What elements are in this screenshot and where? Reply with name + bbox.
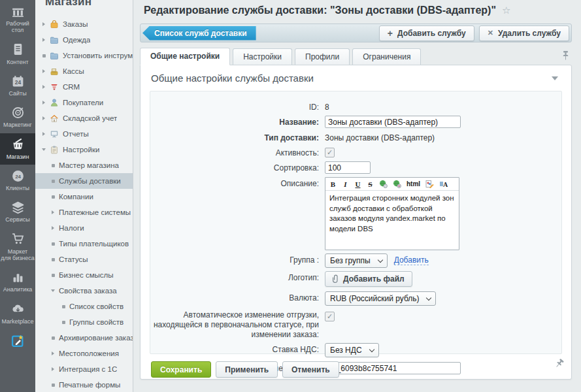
sidebar-tree-item[interactable]: Платежные системы [35, 204, 133, 220]
tab-settings[interactable]: Настройки [233, 48, 292, 65]
sidebar-tree-item[interactable]: Свойства заказа [35, 283, 133, 299]
rail-item[interactable]: Маркетинг [0, 101, 35, 133]
sidebar-tree-item[interactable]: Типы плательщиков [35, 236, 133, 252]
currency-select[interactable]: RUB (Российский рубль) [325, 291, 436, 306]
strikethrough-button[interactable]: S [367, 180, 374, 188]
tree-marker-icon[interactable] [50, 351, 56, 355]
sidebar-tree-item[interactable]: Печатные формы [35, 377, 133, 392]
sidebar-tree-item[interactable]: CRM [35, 79, 133, 95]
tree-marker-icon[interactable] [41, 132, 47, 136]
sidebar-tree-item[interactable]: Интеграция с 1С [35, 361, 133, 377]
sidebar-tree-item[interactable]: Кассы [35, 63, 133, 79]
tree-marker-icon[interactable] [41, 38, 47, 42]
section-header: Общие настройки службы доставки [141, 65, 571, 89]
sidebar-tree-item[interactable]: Настройки [35, 142, 133, 157]
sidebar-tree-item[interactable]: Местоположения [35, 346, 133, 361]
rail-item[interactable]: Marketplace [0, 298, 35, 329]
insert-link-icon[interactable] [379, 180, 388, 188]
tab-restrictions[interactable]: Ограничения [352, 48, 421, 65]
tree-marker-icon[interactable] [50, 226, 56, 230]
bold-button[interactable]: B [329, 180, 337, 188]
tree-marker-icon[interactable] [50, 384, 56, 387]
tree-marker-icon[interactable] [50, 274, 56, 277]
tree-marker-icon[interactable] [50, 289, 56, 292]
tab-profiles[interactable]: Профили [295, 48, 350, 65]
group-select[interactable]: Без группы [325, 253, 388, 268]
save-button[interactable]: Сохранить [151, 361, 211, 378]
favorite-star-icon[interactable]: ☆ [502, 5, 510, 16]
sidebar-tree-item[interactable]: Бизнес смыслы [35, 267, 133, 283]
back-to-list-button[interactable]: Список служб доставки [142, 26, 256, 41]
sidebar-tree-item[interactable]: Покупатели [35, 95, 133, 110]
sidebar-tree-item[interactable]: Статусы [35, 252, 133, 267]
tree-marker-icon[interactable] [50, 180, 56, 183]
remove-link-icon[interactable] [393, 180, 401, 188]
tree-marker-icon[interactable] [50, 164, 56, 167]
name-input[interactable] [325, 116, 461, 128]
add-service-button[interactable]: + Добавить службу [379, 25, 474, 41]
sidebar-tree-item[interactable]: Одежда [35, 32, 133, 48]
active-checkbox[interactable]: ✓ [325, 148, 335, 157]
chevron-down-icon[interactable] [552, 76, 558, 80]
sidebar-tree-item[interactable]: Мастер магазина [35, 157, 133, 173]
rail-item[interactable]: 24 Клиенты [0, 165, 35, 196]
tree-marker-icon[interactable] [50, 210, 56, 214]
cancel-button[interactable]: Отменить [282, 361, 339, 378]
pushpin-icon[interactable] [562, 50, 569, 63]
tree-item-label: Местоположения [59, 350, 119, 357]
vat-select[interactable]: Без НДС [325, 343, 379, 357]
sort-input[interactable] [325, 161, 371, 174]
bullet-icon [52, 274, 55, 277]
module-rail: Рабочий стол Контент 24 Сайты Маркетинг … [0, 0, 35, 392]
add-group-link[interactable]: Добавить [394, 256, 429, 265]
sidebar-tree-item[interactable]: Группы свойств [35, 314, 133, 330]
rail-item[interactable] [0, 329, 35, 354]
rail-item[interactable]: Контент [0, 39, 35, 70]
html-mode-button[interactable]: html [407, 180, 420, 188]
italic-button[interactable]: I [342, 180, 349, 188]
rail-item[interactable]: 24 Сайты [0, 70, 35, 101]
apply-button[interactable]: Применить [216, 361, 278, 378]
sidebar-tree-item[interactable]: Налоги [35, 220, 133, 236]
auto-shipment-checkbox[interactable]: ✓ [325, 312, 335, 321]
vat-select-value: Без НДС [330, 346, 362, 355]
tree-marker-icon[interactable] [50, 367, 56, 371]
delete-service-button[interactable]: ✕ Удалить службу [479, 25, 569, 41]
tree-marker-icon[interactable] [50, 242, 56, 246]
rail-item-label: Сайты [8, 90, 26, 97]
tree-marker-icon[interactable] [60, 305, 67, 308]
tree-marker-icon[interactable] [50, 336, 56, 340]
sidebar-tree-item[interactable]: Отчеты [35, 126, 133, 142]
rail-item[interactable]: Сервисы [0, 196, 35, 227]
tab-general-settings[interactable]: Общие настройки [140, 48, 230, 65]
customers-icon [50, 98, 59, 107]
tree-marker-icon[interactable] [41, 85, 47, 89]
sidebar-tree-item[interactable]: Складской учет [35, 110, 133, 126]
tree-marker-icon[interactable] [41, 116, 47, 120]
tree-marker-icon[interactable] [50, 258, 56, 261]
rail-item[interactable]: Аналитика [0, 266, 35, 297]
sidebar-tree-item[interactable]: Установить инструменты и [35, 48, 133, 63]
rail-item[interactable]: Рабочий стол [0, 0, 35, 39]
sidebar-tree-item[interactable]: Службы доставки [35, 173, 133, 189]
sidebar-tree-item[interactable]: Заказы [35, 16, 133, 32]
description-text[interactable]: Интеграция сторонних модулей зон служб д… [325, 191, 459, 250]
sidebar-tree-item[interactable]: Список свойств [35, 299, 133, 314]
tree-marker-icon[interactable] [41, 101, 47, 105]
add-file-button[interactable]: Добавить файл [325, 271, 412, 287]
tree-marker-icon[interactable] [41, 22, 47, 26]
sidebar-tree-item[interactable]: Компании [35, 189, 133, 204]
sidebar-tree-item[interactable]: Архивирование заказов [35, 330, 133, 346]
tree-marker-icon[interactable] [41, 148, 47, 151]
page-edit-icon[interactable] [425, 180, 434, 188]
tree-marker-icon[interactable] [50, 195, 56, 199]
rail-item-label: Магазин [7, 154, 29, 160]
font-style-icon[interactable]: A [439, 180, 448, 188]
rail-item[interactable]: Магазин [0, 133, 35, 165]
external-code-input[interactable] [325, 362, 461, 374]
tree-marker-icon[interactable] [41, 54, 47, 57]
underline-button[interactable]: U [354, 180, 361, 188]
tree-marker-icon[interactable] [60, 321, 67, 324]
rail-item[interactable]: Маркет для бизнеса [0, 228, 35, 267]
tree-marker-icon[interactable] [41, 69, 47, 73]
